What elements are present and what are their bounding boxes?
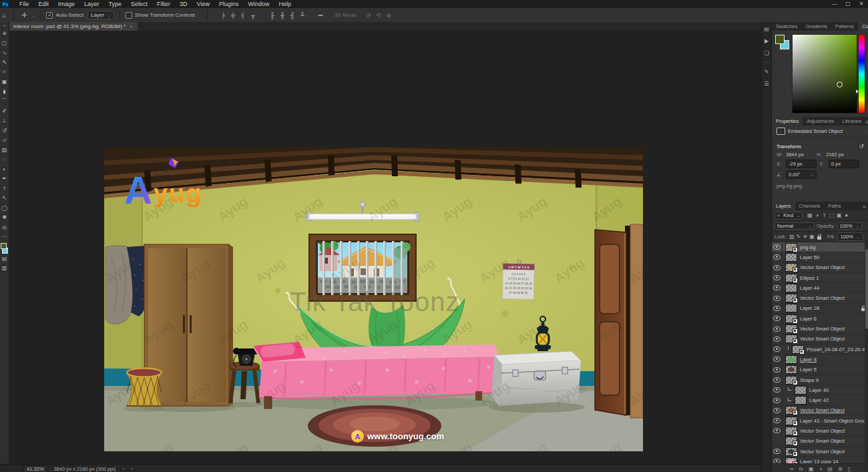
x-input[interactable]: -29 px [786, 160, 817, 168]
gradient-tool-icon[interactable]: ▨ [0, 145, 9, 155]
healing-brush-tool-icon[interactable]: ⌒ [0, 97, 9, 107]
hue-slider-arrow[interactable] [856, 89, 859, 93]
tool-preset-caret-icon[interactable]: ⌄ [31, 13, 35, 17]
opacity-dropdown[interactable]: 100%⌄ [837, 222, 862, 230]
history-brush-tool-icon[interactable]: ↺ [0, 126, 9, 136]
filter-icon-3[interactable]: ⬚ [828, 212, 835, 218]
layer-name[interactable]: png-bg [800, 244, 815, 250]
docked-panel-settings-icon[interactable]: ☰ [764, 81, 769, 87]
toolbar-collapse-icon[interactable]: ‹‹ [3, 22, 6, 29]
visibility-toggle[interactable] [772, 252, 783, 262]
zoom-level-field[interactable]: 41.32% [23, 465, 47, 472]
layer-row[interactable]: Layer 43 - Smart Object Group [772, 416, 868, 426]
tab-swatches[interactable]: Swatches [772, 22, 802, 31]
color-swatches[interactable] [0, 243, 9, 254]
layer-row[interactable]: Vector Smart Object [772, 263, 868, 273]
auto-select-target-dropdown[interactable]: Layer⌄ [87, 11, 114, 19]
link-layers-icon[interactable]: ∞ [790, 466, 794, 472]
visibility-toggle[interactable] [772, 242, 783, 252]
screen-mode-button-icon[interactable]: ▥ [0, 264, 9, 274]
layer-styles-icon[interactable]: fx [799, 466, 803, 472]
lock-all-icon[interactable] [817, 236, 821, 240]
new-adjustment-icon[interactable]: ◑ [819, 466, 822, 472]
visibility-toggle[interactable] [772, 324, 783, 333]
layer-row[interactable]: Shape 9 [772, 375, 868, 385]
menu-item-3d[interactable]: 3D [175, 0, 192, 8]
menu-item-edit[interactable]: Edit [34, 0, 54, 8]
auto-select-checkbox[interactable] [46, 12, 53, 19]
move-tool-icon[interactable]: ✛ [0, 29, 9, 39]
close-button[interactable]: ✕ [855, 0, 868, 8]
tab-gradients[interactable]: Gradients [802, 22, 832, 31]
delete-layer-icon[interactable]: ▯ [848, 466, 851, 472]
layer-row[interactable]: Vector Smart Object [772, 426, 868, 436]
tab-close-icon[interactable]: × [130, 22, 133, 31]
quick-mask-button-icon[interactable]: ▤ [0, 254, 9, 264]
panel-menu-icon[interactable]: ≡ [865, 120, 868, 126]
align-icon-2[interactable]: ╡ [238, 12, 247, 19]
dodge-tool-icon[interactable]: ◐ [0, 164, 9, 174]
layer-name[interactable]: Layer 40 [809, 387, 829, 393]
tab-adjustments[interactable]: Adjustments [803, 117, 838, 126]
tab-paths[interactable]: Paths [824, 202, 845, 210]
status-popup-icon2[interactable]: ‹ [131, 466, 133, 472]
status-popup-icon[interactable]: › [122, 466, 124, 472]
lasso-tool-icon[interactable]: ∿ [0, 48, 9, 58]
layer-row[interactable]: Layer 8 [772, 355, 868, 365]
docked-panel-comments-icon[interactable]: ❑ [764, 50, 769, 56]
distribute-icon-3[interactable]: ╨ [298, 12, 306, 19]
maximize-button[interactable]: ▢ [841, 0, 855, 8]
visibility-toggle[interactable] [772, 447, 783, 456]
visibility-toggle[interactable] [772, 263, 783, 272]
layer-name[interactable]: Vector Smart Object [800, 326, 845, 332]
clone-stamp-tool-icon[interactable]: ⊥ [0, 116, 9, 126]
layer-row[interactable]: Picsart_24-08-07_23-20-44-658 [772, 344, 868, 355]
layer-row[interactable]: Layer 13 copy 14 [772, 457, 868, 463]
layer-row[interactable]: Vector Smart Object [772, 293, 868, 303]
layer-name[interactable]: Shape 9 [800, 377, 819, 383]
eraser-tool-icon[interactable]: ▱ [0, 136, 9, 146]
tab-layers[interactable]: Layers [772, 202, 795, 210]
crop-tool-icon[interactable]: ⌗ [0, 67, 9, 77]
shape-tool-icon[interactable]: ◯ [0, 203, 9, 213]
menu-item-file[interactable]: File [15, 0, 34, 8]
distribute-icon-1[interactable]: ╫ [278, 12, 286, 19]
visibility-toggle[interactable] [772, 395, 783, 405]
reset-transform-icon[interactable]: ↺ [859, 143, 864, 150]
new-layer-icon[interactable]: ⊞ [838, 466, 843, 472]
tab-patterns[interactable]: Patterns [831, 22, 858, 31]
lock-icon-1[interactable]: ✎ [795, 234, 802, 240]
layers-scrollbar[interactable] [865, 242, 868, 472]
tab-color[interactable]: Color [858, 22, 868, 31]
filter-icon-2[interactable]: T [821, 212, 828, 218]
visibility-toggle[interactable] [772, 283, 783, 292]
visibility-toggle[interactable] [772, 406, 783, 415]
menu-item-plugins[interactable]: Plugins [214, 0, 244, 8]
menu-item-filter[interactable]: Filter [152, 0, 175, 8]
menu-item-select[interactable]: Select [126, 0, 152, 8]
tab-channels[interactable]: Channels [795, 202, 825, 210]
lock-icon-0[interactable]: ▨ [789, 234, 795, 240]
layer-name[interactable]: Vector Smart Object [800, 295, 845, 301]
align-icon-0[interactable]: ╞ [218, 12, 227, 19]
panel-menu-icon[interactable]: ≡ [863, 204, 868, 210]
layer-name[interactable]: Picsart_24-08-07_23-20-44-658 [807, 346, 868, 352]
distribute-icon-0[interactable]: ╟ [268, 12, 276, 19]
filter-icon-1[interactable]: ◑ [813, 212, 821, 218]
layer-row[interactable]: Layer 50 [772, 252, 868, 262]
angle-input[interactable]: 0.00°⌄ [786, 170, 817, 179]
docked-panel-actions-icon[interactable]: ▶ [765, 38, 769, 44]
layer-row[interactable]: Layer 42 [772, 395, 868, 405]
layer-name[interactable]: Vector Smart Object [800, 428, 845, 434]
visibility-toggle[interactable] [772, 365, 783, 375]
blur-tool-icon[interactable]: ◌ [0, 155, 9, 165]
hand-tool-icon[interactable]: ✱ [0, 213, 9, 223]
filter-icon-4[interactable]: ▣ [835, 212, 843, 218]
artwork-canvas[interactable]: S M T W T F S 0 1 2 3 4 5 6 7 8 9 10 11 … [104, 147, 643, 451]
docked-panel-brush-settings-icon[interactable]: ✎ [765, 69, 769, 75]
layer-row[interactable]: Layer 44 [772, 283, 868, 293]
visibility-toggle[interactable] [772, 457, 783, 463]
layer-name[interactable]: Vector Smart Object [800, 264, 845, 270]
visibility-toggle[interactable] [772, 293, 783, 302]
visibility-toggle[interactable] [772, 416, 783, 425]
